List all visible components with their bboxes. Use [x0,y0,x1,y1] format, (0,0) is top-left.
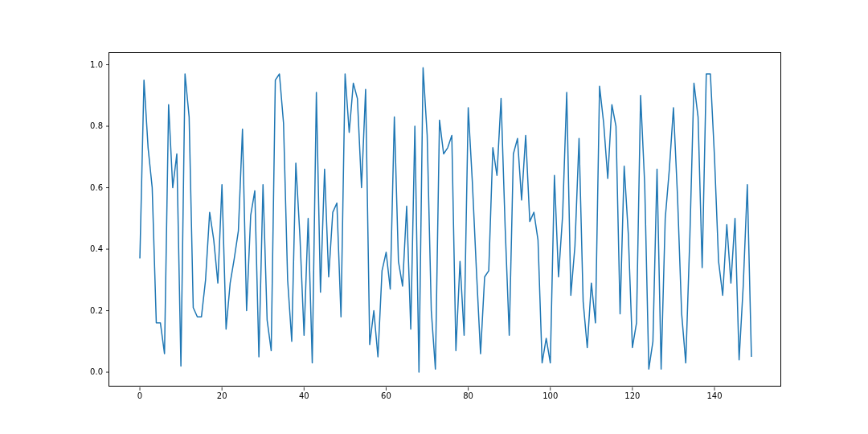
x-tick: 100 [542,387,558,400]
y-tick-label: 0.2 [90,305,103,314]
y-tick-label: 1.0 [90,59,103,68]
x-tick: 80 [463,387,473,400]
x-tick: 40 [299,387,309,400]
y-tick-label: 0.4 [90,244,103,253]
x-tick-label: 0 [137,391,142,400]
y-tick: 1.0 [90,59,109,68]
y-tick-label: 0.6 [90,182,103,191]
x-tick-label: 40 [299,391,309,400]
x-tick: 140 [706,387,722,400]
x-tick-label: 120 [624,391,640,400]
line-series [140,68,751,372]
x-tick-label: 60 [381,391,391,400]
x-tick-label: 100 [542,391,558,400]
plot-svg: 020406080100120140 0.00.20.40.60.81.0 [109,53,782,387]
y-tick: 0.0 [90,367,109,376]
x-tick: 20 [217,387,227,400]
x-axis-ticks: 020406080100120140 [137,387,723,400]
x-tick: 60 [381,387,391,400]
x-tick-label: 20 [217,391,227,400]
x-tick: 120 [624,387,640,400]
x-tick-label: 140 [706,391,722,400]
y-tick-label: 0.8 [90,121,103,130]
plot-axes: 020406080100120140 0.00.20.40.60.81.0 [108,52,781,387]
y-axis-ticks: 0.00.20.40.60.81.0 [90,59,109,376]
y-tick: 0.8 [90,121,109,130]
figure: 020406080100120140 0.00.20.40.60.81.0 [0,0,868,434]
y-tick-label: 0.0 [90,367,103,376]
x-tick-label: 80 [463,391,473,400]
x-tick: 0 [137,387,142,400]
y-tick: 0.6 [90,182,109,191]
y-tick: 0.2 [90,305,109,314]
y-tick: 0.4 [90,244,109,253]
